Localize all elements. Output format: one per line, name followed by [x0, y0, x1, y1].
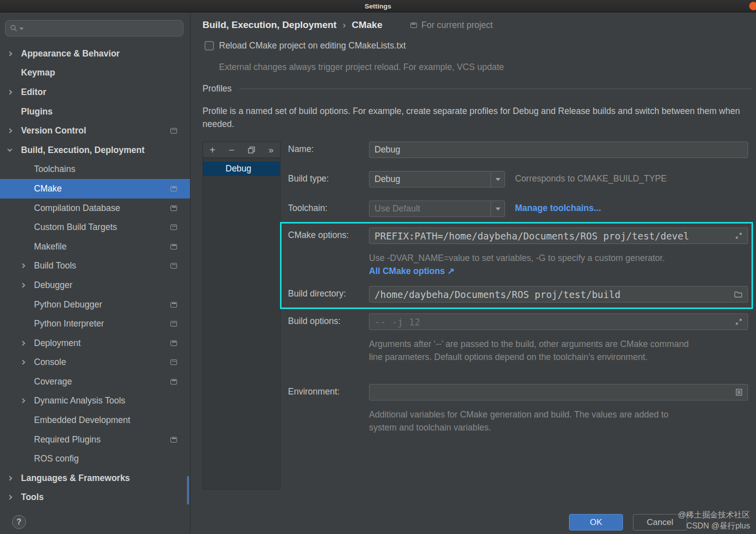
- breadcrumb-parent[interactable]: Build, Execution, Deployment: [202, 20, 336, 30]
- cmake-options-input[interactable]: PREFIX:PATH=/home/daybeha/Documents/ROS_…: [369, 228, 748, 244]
- sidebar-item-languages-frameworks[interactable]: Languages & Frameworks: [0, 468, 190, 488]
- breadcrumb: Build, Execution, Deployment › CMake For…: [202, 18, 493, 32]
- search-icon: [10, 24, 18, 32]
- chevron-right-icon[interactable]: [8, 52, 21, 56]
- copy-icon: [248, 146, 255, 154]
- current-project-icon: [170, 379, 177, 384]
- window-title: Settings: [364, 2, 391, 10]
- environment-input[interactable]: [369, 384, 748, 400]
- breadcrumb-current: CMake: [352, 20, 382, 30]
- name-label: Name:: [288, 144, 314, 154]
- sidebar-item-appearance-behavior[interactable]: Appearance & Behavior: [0, 44, 190, 64]
- sidebar-item-version-control[interactable]: Version Control: [0, 121, 190, 140]
- sidebar-item-makefile[interactable]: Makefile: [0, 237, 190, 256]
- profiles-section-title: Profiles: [202, 84, 232, 94]
- sidebar-item-build-tools[interactable]: Build Tools: [0, 256, 190, 276]
- all-cmake-options-link[interactable]: All CMake options ↗: [369, 266, 454, 276]
- expand-icon[interactable]: [735, 318, 742, 326]
- watermark-line1: @稀土掘金技术社区: [678, 510, 750, 520]
- chevron-right-icon[interactable]: [8, 476, 21, 480]
- copy-profile-button[interactable]: [248, 146, 255, 154]
- search-input[interactable]: [5, 20, 184, 36]
- sidebar-item-coverage[interactable]: Coverage: [0, 372, 190, 392]
- ok-button[interactable]: OK: [569, 514, 623, 530]
- toolchain-value: Use Default: [370, 201, 490, 216]
- sidebar-item-python-debugger[interactable]: Python Debugger: [0, 295, 190, 314]
- sidebar-item-keymap[interactable]: Keymap: [0, 64, 190, 83]
- chevron-right-icon[interactable]: [8, 129, 21, 132]
- sidebar-item-label: Python Interpreter: [34, 318, 104, 329]
- sidebar-scrollbar[interactable]: [187, 476, 189, 504]
- sidebar-item-tools[interactable]: Tools: [0, 488, 190, 508]
- sidebar-item-label: CMake: [34, 184, 62, 194]
- chevron-right-icon[interactable]: [21, 264, 34, 268]
- build-options-label: Build options:: [288, 316, 340, 326]
- settings-sidebar: Appearance & BehaviorKeymapEditorPlugins…: [0, 12, 190, 534]
- sidebar-item-toolchains[interactable]: Toolchains: [0, 160, 190, 180]
- sidebar-item-python-interpreter[interactable]: Python Interpreter: [0, 314, 190, 334]
- chevron-down-icon[interactable]: [490, 172, 504, 187]
- breadcrumb-separator-icon: ›: [342, 20, 346, 30]
- current-project-icon: [170, 302, 177, 308]
- sidebar-item-editor[interactable]: Editor: [0, 82, 190, 102]
- manage-toolchains-row: Manage toolchains...: [515, 203, 601, 214]
- cancel-button[interactable]: Cancel: [633, 514, 687, 530]
- help-button[interactable]: ?: [12, 515, 26, 529]
- build-directory-input[interactable]: /home/daybeha/Documents/ROS_proj/test/bu…: [369, 286, 748, 302]
- sidebar-item-plugins[interactable]: Plugins: [0, 102, 190, 122]
- search-history-chevron-icon[interactable]: [20, 28, 24, 30]
- cmake-options-label: CMake options:: [288, 230, 349, 240]
- reload-cmake-checkbox[interactable]: [204, 41, 214, 50]
- folder-browse-icon[interactable]: [734, 291, 742, 298]
- sidebar-item-deployment[interactable]: Deployment: [0, 334, 190, 353]
- sidebar-item-debugger[interactable]: Debugger: [0, 276, 190, 295]
- sidebar-item-cmake[interactable]: CMake: [0, 179, 190, 198]
- sidebar-item-embedded-development[interactable]: Embedded Development: [0, 410, 190, 430]
- environment-help: Additional variables for CMake generatio…: [369, 408, 696, 434]
- chevron-right-icon[interactable]: [8, 90, 21, 94]
- current-project-icon: [170, 321, 177, 326]
- sidebar-item-ros-config[interactable]: ROS config: [0, 449, 190, 468]
- build-type-select[interactable]: Debug: [369, 171, 505, 188]
- more-actions-button[interactable]: »: [268, 146, 274, 154]
- sidebar-item-console[interactable]: Console: [0, 353, 190, 372]
- sidebar-item-custom-build-targets[interactable]: Custom Build Targets: [0, 218, 190, 237]
- build-directory-value: /home/daybeha/Documents/ROS_proj/test/bu…: [374, 289, 620, 300]
- name-input[interactable]: Debug: [369, 142, 748, 158]
- sidebar-item-label: Dynamic Analysis Tools: [34, 396, 126, 406]
- chevron-right-icon[interactable]: [21, 360, 34, 364]
- close-icon[interactable]: [749, 2, 756, 10]
- sidebar-item-label: Python Debugger: [34, 300, 102, 310]
- expand-icon[interactable]: [735, 232, 742, 240]
- profiles-description: Profile is a named set of build options.…: [202, 104, 748, 130]
- sidebar-item-required-plugins[interactable]: Required Plugins: [0, 430, 190, 450]
- chevron-right-icon[interactable]: [21, 284, 34, 287]
- current-project-icon: [410, 22, 417, 28]
- sidebar-item-dynamic-analysis-tools[interactable]: Dynamic Analysis Tools: [0, 392, 190, 411]
- sidebar-item-build-execution-deployment[interactable]: Build, Execution, Deployment: [0, 140, 190, 160]
- sidebar-item-label: Languages & Frameworks: [21, 473, 130, 484]
- sidebar-item-label: Console: [34, 357, 66, 368]
- profiles-panel: + − » Debug: [202, 142, 280, 490]
- sidebar-item-label: Toolchains: [34, 164, 76, 174]
- profiles-toolbar: + − »: [203, 142, 280, 158]
- remove-profile-button[interactable]: −: [229, 145, 235, 155]
- current-project-icon: [170, 244, 177, 250]
- current-project-icon: [170, 128, 177, 134]
- environment-label: Environment:: [288, 386, 340, 397]
- toolchain-select[interactable]: Use Default: [369, 200, 505, 217]
- add-profile-button[interactable]: +: [210, 145, 216, 155]
- current-project-icon: [170, 186, 177, 192]
- sidebar-item-label: Compilation Database: [34, 203, 120, 214]
- chevron-down-icon[interactable]: [8, 149, 21, 151]
- sidebar-item-label: Version Control: [21, 126, 86, 136]
- sidebar-item-compilation-database[interactable]: Compilation Database: [0, 198, 190, 218]
- profile-item-debug[interactable]: Debug: [203, 162, 280, 176]
- manage-toolchains-link[interactable]: Manage toolchains...: [515, 203, 601, 213]
- environment-variables-icon[interactable]: [736, 388, 742, 396]
- chevron-right-icon[interactable]: [8, 496, 21, 499]
- chevron-right-icon[interactable]: [21, 399, 34, 402]
- current-project-icon: [170, 360, 177, 365]
- build-options-input[interactable]: -- -j 12: [369, 314, 748, 330]
- chevron-right-icon[interactable]: [21, 342, 34, 345]
